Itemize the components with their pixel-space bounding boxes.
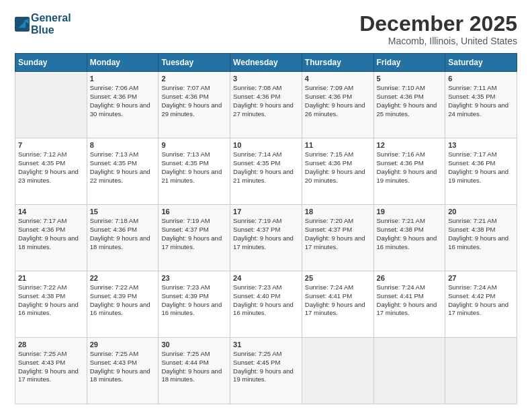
day-number: 21 xyxy=(18,274,84,282)
calendar-cell: 13Sunrise: 7:17 AM Sunset: 4:36 PM Dayli… xyxy=(445,138,517,205)
day-number: 5 xyxy=(377,75,443,83)
calendar-cell: 2Sunrise: 7:07 AM Sunset: 4:36 PM Daylig… xyxy=(159,72,230,138)
day-number: 8 xyxy=(90,141,156,149)
day-info: Sunrise: 7:08 AM Sunset: 4:36 PM Dayligh… xyxy=(233,84,299,118)
logo-line2: Blue xyxy=(31,24,71,36)
day-number: 24 xyxy=(233,274,299,282)
weekday-header-thursday: Thursday xyxy=(302,54,373,72)
day-info: Sunrise: 7:24 AM Sunset: 4:42 PM Dayligh… xyxy=(448,283,514,318)
day-number: 29 xyxy=(90,340,156,349)
day-info: Sunrise: 7:25 AM Sunset: 4:43 PM Dayligh… xyxy=(90,350,156,384)
day-info: Sunrise: 7:21 AM Sunset: 4:38 PM Dayligh… xyxy=(448,217,514,251)
day-number: 2 xyxy=(161,75,227,83)
calendar-cell: 24Sunrise: 7:23 AM Sunset: 4:40 PM Dayli… xyxy=(230,271,302,338)
day-info: Sunrise: 7:23 AM Sunset: 4:40 PM Dayligh… xyxy=(233,283,299,318)
day-info: Sunrise: 7:11 AM Sunset: 4:35 PM Dayligh… xyxy=(448,84,514,118)
weekday-header-sunday: Sunday xyxy=(15,54,87,72)
calendar-cell: 27Sunrise: 7:24 AM Sunset: 4:42 PM Dayli… xyxy=(445,271,517,338)
day-number: 1 xyxy=(90,75,156,83)
day-number: 9 xyxy=(161,141,227,149)
calendar-body: 1Sunrise: 7:06 AM Sunset: 4:36 PM Daylig… xyxy=(15,72,517,404)
calendar-cell: 22Sunrise: 7:22 AM Sunset: 4:39 PM Dayli… xyxy=(87,271,159,338)
logo-line1: General xyxy=(31,12,71,24)
calendar-cell: 29Sunrise: 7:25 AM Sunset: 4:43 PM Dayli… xyxy=(87,338,159,404)
day-number: 31 xyxy=(233,340,299,349)
day-info: Sunrise: 7:07 AM Sunset: 4:36 PM Dayligh… xyxy=(161,84,227,118)
day-info: Sunrise: 7:16 AM Sunset: 4:36 PM Dayligh… xyxy=(377,150,443,185)
weekday-row: SundayMondayTuesdayWednesdayThursdayFrid… xyxy=(15,54,517,72)
calendar-cell: 30Sunrise: 7:25 AM Sunset: 4:44 PM Dayli… xyxy=(159,338,230,404)
day-info: Sunrise: 7:23 AM Sunset: 4:39 PM Dayligh… xyxy=(161,283,227,318)
day-number: 19 xyxy=(377,208,443,216)
calendar-week-1: 7Sunrise: 7:12 AM Sunset: 4:35 PM Daylig… xyxy=(15,138,517,205)
day-number: 30 xyxy=(161,340,227,349)
calendar-cell: 11Sunrise: 7:15 AM Sunset: 4:36 PM Dayli… xyxy=(302,138,373,205)
day-number: 26 xyxy=(377,274,443,282)
calendar-cell: 7Sunrise: 7:12 AM Sunset: 4:35 PM Daylig… xyxy=(15,138,87,205)
calendar-cell: 20Sunrise: 7:21 AM Sunset: 4:38 PM Dayli… xyxy=(445,205,517,271)
day-info: Sunrise: 7:18 AM Sunset: 4:36 PM Dayligh… xyxy=(90,217,156,251)
calendar-table: SundayMondayTuesdayWednesdayThursdayFrid… xyxy=(15,53,517,404)
weekday-header-friday: Friday xyxy=(373,54,445,72)
calendar-week-4: 28Sunrise: 7:25 AM Sunset: 4:43 PM Dayli… xyxy=(15,338,517,404)
day-number: 16 xyxy=(161,208,227,216)
calendar-cell xyxy=(373,338,445,404)
calendar-cell xyxy=(302,338,373,404)
calendar-cell: 12Sunrise: 7:16 AM Sunset: 4:36 PM Dayli… xyxy=(373,138,445,205)
day-number: 4 xyxy=(305,75,371,83)
calendar-cell: 16Sunrise: 7:19 AM Sunset: 4:37 PM Dayli… xyxy=(159,205,230,271)
day-number: 6 xyxy=(448,75,514,83)
day-number: 3 xyxy=(233,75,299,83)
day-info: Sunrise: 7:17 AM Sunset: 4:36 PM Dayligh… xyxy=(448,150,514,185)
calendar-cell: 31Sunrise: 7:25 AM Sunset: 4:45 PM Dayli… xyxy=(230,338,302,404)
page: General Blue December 2025 Macomb, Illin… xyxy=(0,0,532,411)
day-number: 25 xyxy=(305,274,371,282)
day-number: 28 xyxy=(18,340,84,349)
calendar-cell: 5Sunrise: 7:10 AM Sunset: 4:36 PM Daylig… xyxy=(373,72,445,138)
day-info: Sunrise: 7:22 AM Sunset: 4:38 PM Dayligh… xyxy=(18,283,84,318)
day-info: Sunrise: 7:13 AM Sunset: 4:35 PM Dayligh… xyxy=(161,150,227,185)
day-info: Sunrise: 7:24 AM Sunset: 4:41 PM Dayligh… xyxy=(305,283,371,318)
day-info: Sunrise: 7:15 AM Sunset: 4:36 PM Dayligh… xyxy=(305,150,371,185)
day-info: Sunrise: 7:19 AM Sunset: 4:37 PM Dayligh… xyxy=(233,217,299,251)
day-number: 11 xyxy=(305,141,371,149)
day-number: 10 xyxy=(233,141,299,149)
calendar-cell: 10Sunrise: 7:14 AM Sunset: 4:35 PM Dayli… xyxy=(230,138,302,205)
month-title: December 2025 xyxy=(359,12,517,36)
logo-icon xyxy=(15,17,30,32)
day-number: 7 xyxy=(18,141,84,149)
day-number: 22 xyxy=(90,274,156,282)
day-number: 18 xyxy=(305,208,371,216)
calendar-cell: 8Sunrise: 7:13 AM Sunset: 4:35 PM Daylig… xyxy=(87,138,159,205)
calendar-cell: 9Sunrise: 7:13 AM Sunset: 4:35 PM Daylig… xyxy=(159,138,230,205)
logo: General Blue xyxy=(15,12,71,36)
day-info: Sunrise: 7:25 AM Sunset: 4:44 PM Dayligh… xyxy=(161,350,227,384)
weekday-header-saturday: Saturday xyxy=(445,54,517,72)
calendar-cell: 28Sunrise: 7:25 AM Sunset: 4:43 PM Dayli… xyxy=(15,338,87,404)
day-info: Sunrise: 7:14 AM Sunset: 4:35 PM Dayligh… xyxy=(233,150,299,185)
day-number: 23 xyxy=(161,274,227,282)
header: General Blue December 2025 Macomb, Illin… xyxy=(15,12,517,46)
weekday-header-monday: Monday xyxy=(87,54,159,72)
calendar-cell: 21Sunrise: 7:22 AM Sunset: 4:38 PM Dayli… xyxy=(15,271,87,338)
day-number: 20 xyxy=(448,208,514,216)
calendar-cell: 26Sunrise: 7:24 AM Sunset: 4:41 PM Dayli… xyxy=(373,271,445,338)
day-info: Sunrise: 7:12 AM Sunset: 4:35 PM Dayligh… xyxy=(18,150,84,185)
calendar-cell: 15Sunrise: 7:18 AM Sunset: 4:36 PM Dayli… xyxy=(87,205,159,271)
calendar-cell: 23Sunrise: 7:23 AM Sunset: 4:39 PM Dayli… xyxy=(159,271,230,338)
weekday-header-wednesday: Wednesday xyxy=(230,54,302,72)
day-info: Sunrise: 7:13 AM Sunset: 4:35 PM Dayligh… xyxy=(90,150,156,185)
calendar-cell: 1Sunrise: 7:06 AM Sunset: 4:36 PM Daylig… xyxy=(87,72,159,138)
calendar-cell: 18Sunrise: 7:20 AM Sunset: 4:37 PM Dayli… xyxy=(302,205,373,271)
day-info: Sunrise: 7:24 AM Sunset: 4:41 PM Dayligh… xyxy=(377,283,443,318)
calendar-week-2: 14Sunrise: 7:17 AM Sunset: 4:36 PM Dayli… xyxy=(15,205,517,271)
calendar-cell: 19Sunrise: 7:21 AM Sunset: 4:38 PM Dayli… xyxy=(373,205,445,271)
title-block: December 2025 Macomb, Illinois, United S… xyxy=(359,12,517,46)
day-info: Sunrise: 7:10 AM Sunset: 4:36 PM Dayligh… xyxy=(377,84,443,118)
calendar-week-3: 21Sunrise: 7:22 AM Sunset: 4:38 PM Dayli… xyxy=(15,271,517,338)
day-info: Sunrise: 7:19 AM Sunset: 4:37 PM Dayligh… xyxy=(161,217,227,251)
calendar-cell: 6Sunrise: 7:11 AM Sunset: 4:35 PM Daylig… xyxy=(445,72,517,138)
calendar-cell xyxy=(445,338,517,404)
day-info: Sunrise: 7:20 AM Sunset: 4:37 PM Dayligh… xyxy=(305,217,371,251)
day-number: 14 xyxy=(18,208,84,216)
